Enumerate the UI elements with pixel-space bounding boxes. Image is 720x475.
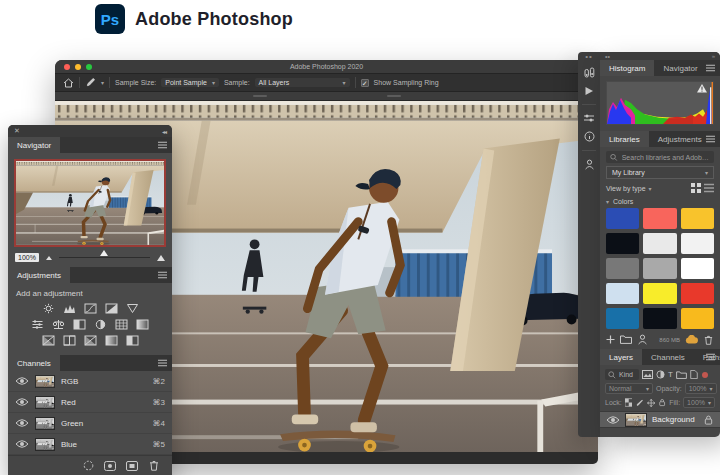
info-panel-icon[interactable] bbox=[584, 131, 595, 142]
color-swatch[interactable] bbox=[681, 308, 714, 329]
actions-panel-icon[interactable] bbox=[584, 86, 594, 96]
gradient-map-icon[interactable] bbox=[105, 335, 118, 346]
tab-navigator[interactable]: Navigator bbox=[8, 137, 60, 153]
layer-lock-icon[interactable] bbox=[703, 415, 714, 425]
color-lookup-icon[interactable] bbox=[136, 319, 149, 330]
lock-position-icon[interactable] bbox=[647, 398, 655, 408]
fill-dropdown[interactable]: 100% ▾ bbox=[683, 397, 715, 408]
sample-size-dropdown[interactable]: Point Sample ▾ bbox=[161, 78, 219, 87]
library-select[interactable]: My Library ▾ bbox=[606, 166, 714, 179]
visibility-eye-icon[interactable] bbox=[15, 376, 29, 386]
opacity-dropdown[interactable]: 100% ▾ bbox=[685, 383, 717, 394]
navigator-preview[interactable] bbox=[14, 159, 166, 247]
color-panel-icon[interactable] bbox=[584, 67, 595, 78]
filter-toggle-icon[interactable] bbox=[702, 372, 708, 378]
show-sampling-ring-checkbox[interactable]: ✓ bbox=[361, 79, 369, 87]
color-swatch[interactable] bbox=[681, 283, 714, 304]
filter-group-layers-icon[interactable] bbox=[676, 371, 687, 379]
color-swatch[interactable] bbox=[681, 233, 714, 254]
panel-menu-icon[interactable] bbox=[706, 64, 715, 72]
panel-menu-icon[interactable] bbox=[158, 141, 167, 149]
collapse-panel-icon[interactable]: ◂◂ bbox=[162, 128, 166, 135]
tab-libraries[interactable]: Libraries bbox=[600, 131, 649, 147]
color-swatch[interactable] bbox=[643, 283, 676, 304]
sample-dropdown[interactable]: All Layers ▾ bbox=[255, 78, 350, 87]
tab-adjustments[interactable]: Adjustments bbox=[8, 267, 70, 283]
grid-view-icon[interactable] bbox=[691, 183, 701, 193]
color-swatch[interactable] bbox=[606, 258, 639, 279]
color-swatch[interactable] bbox=[606, 208, 639, 229]
close-panel-icon[interactable]: ✕ bbox=[14, 127, 20, 135]
visibility-eye-icon[interactable] bbox=[606, 415, 620, 425]
cached-data-warning-icon[interactable] bbox=[697, 84, 707, 93]
libraries-search-input[interactable]: Search libraries and Adobe Stock bbox=[606, 151, 714, 163]
curves-icon[interactable] bbox=[84, 303, 97, 314]
channel-row-red[interactable]: Red ⌘3 bbox=[8, 392, 172, 413]
panel-menu-icon[interactable] bbox=[158, 359, 167, 367]
dock-drag-handle[interactable]: •• bbox=[585, 54, 593, 59]
chevron-down-icon[interactable]: ▾ bbox=[649, 185, 652, 192]
invert-icon[interactable] bbox=[42, 335, 55, 346]
tab-histogram[interactable]: Histogram bbox=[600, 60, 654, 76]
cloud-sync-icon[interactable] bbox=[685, 335, 698, 344]
channel-row-blue[interactable]: Blue ⌘5 bbox=[8, 434, 172, 455]
load-selection-icon[interactable] bbox=[83, 460, 94, 471]
zoom-slider-thumb[interactable] bbox=[100, 250, 108, 256]
chevron-down-icon[interactable]: ▾ bbox=[101, 79, 104, 86]
color-swatch[interactable] bbox=[681, 258, 714, 279]
lock-transparency-icon[interactable] bbox=[625, 398, 632, 407]
tab-layers[interactable]: Layers bbox=[600, 349, 642, 365]
tab-channels-right[interactable]: Channels bbox=[642, 349, 694, 365]
collapse-panel-icon[interactable]: » bbox=[712, 53, 715, 59]
photo-filter-icon[interactable] bbox=[94, 319, 107, 330]
zoom-level-field[interactable]: 100% bbox=[15, 253, 39, 262]
character-panel-icon[interactable] bbox=[584, 159, 595, 170]
black-white-icon[interactable] bbox=[73, 319, 86, 330]
lock-pixels-icon[interactable] bbox=[635, 398, 643, 408]
exposure-icon[interactable] bbox=[105, 303, 118, 314]
brightness-contrast-icon[interactable] bbox=[42, 303, 55, 314]
color-swatch[interactable] bbox=[643, 308, 676, 329]
channel-mixer-icon[interactable] bbox=[115, 319, 128, 330]
vibrance-icon[interactable] bbox=[126, 303, 139, 314]
visibility-eye-icon[interactable] bbox=[15, 439, 29, 449]
list-view-icon[interactable] bbox=[704, 183, 714, 193]
channel-row-green[interactable]: Green ⌘4 bbox=[8, 413, 172, 434]
save-selection-as-channel-icon[interactable] bbox=[104, 461, 116, 471]
panel-menu-icon[interactable] bbox=[706, 353, 715, 361]
new-group-folder-icon[interactable] bbox=[620, 335, 632, 344]
tab-navigator-right[interactable]: Navigator bbox=[654, 60, 706, 76]
visibility-eye-icon[interactable] bbox=[15, 397, 29, 407]
new-channel-icon[interactable] bbox=[126, 461, 138, 471]
document-tab-strip[interactable] bbox=[55, 92, 598, 101]
color-swatch[interactable] bbox=[681, 208, 714, 229]
zoom-in-icon[interactable] bbox=[157, 255, 165, 261]
blend-mode-dropdown[interactable]: Normal ▾ bbox=[605, 383, 653, 394]
color-swatch[interactable] bbox=[606, 308, 639, 329]
tab-channels[interactable]: Channels bbox=[8, 355, 60, 371]
hue-saturation-icon[interactable] bbox=[31, 319, 44, 330]
filter-type-layers-icon[interactable]: T bbox=[668, 371, 673, 379]
colors-section-header[interactable]: ▾ Colors bbox=[606, 198, 714, 205]
color-swatch[interactable] bbox=[643, 258, 676, 279]
filter-smart-objects-icon[interactable] bbox=[690, 370, 698, 379]
threshold-icon[interactable] bbox=[84, 335, 97, 346]
filter-pixel-layers-icon[interactable] bbox=[642, 370, 653, 379]
delete-channel-icon[interactable] bbox=[148, 460, 160, 471]
color-swatch[interactable] bbox=[606, 233, 639, 254]
layer-filter-kind-dropdown[interactable]: Kind bbox=[605, 369, 639, 380]
layer-row-background[interactable]: Background bbox=[600, 411, 720, 428]
lock-all-icon[interactable] bbox=[658, 398, 666, 407]
levels-icon[interactable] bbox=[63, 303, 76, 314]
selective-color-icon[interactable] bbox=[126, 335, 139, 346]
home-icon[interactable] bbox=[63, 78, 74, 88]
eyedropper-tool-icon[interactable] bbox=[85, 77, 96, 88]
zoom-out-icon[interactable] bbox=[46, 256, 52, 260]
properties-panel-icon[interactable] bbox=[583, 113, 595, 123]
color-swatch[interactable] bbox=[643, 208, 676, 229]
color-swatch[interactable] bbox=[643, 233, 676, 254]
panel-menu-icon[interactable] bbox=[158, 271, 167, 279]
add-content-icon[interactable] bbox=[606, 335, 615, 344]
view-by-label[interactable]: View by type bbox=[606, 185, 646, 192]
color-swatch[interactable] bbox=[606, 283, 639, 304]
